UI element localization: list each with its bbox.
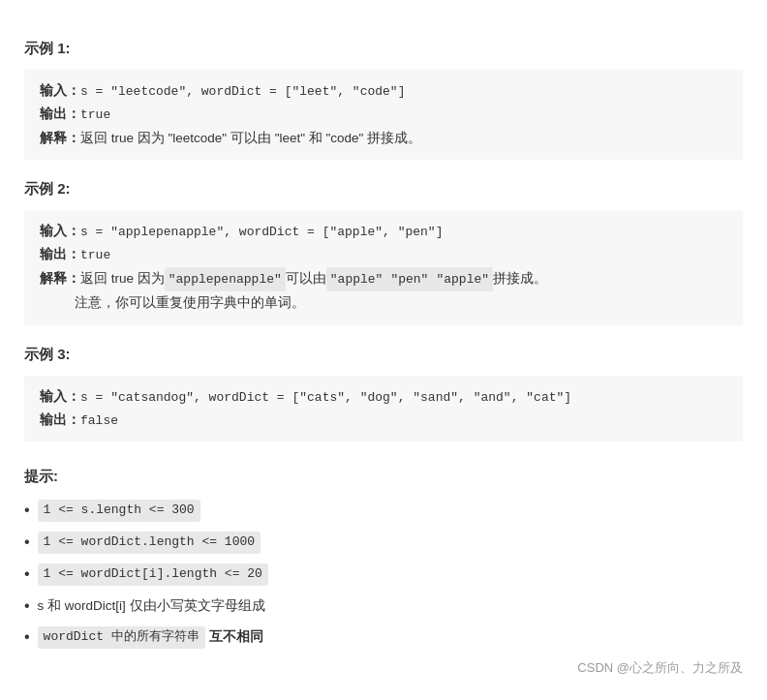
example-2-explain-part-3: "apple" [326,267,387,291]
hint-item-0: 1 <= s.length <= 300 [24,500,743,522]
example-2-explain-part-0: 返回 true 因为 [80,267,165,291]
footer-text: CSDN @心之所向、力之所及 [577,658,743,679]
example-3-input-label: 输入： [40,389,80,404]
hint-badge-4: wordDict 中的所有字符串 [38,626,205,649]
example-2-explain-part-5: "pen" [386,267,432,291]
example-1-input-value: s = "leetcode", wordDict = ["leet", "cod… [80,84,405,99]
example-3-output-label: 输出： [40,412,80,427]
example-2-output-value: true [80,248,110,262]
example-1-output-label: 输出： [40,107,80,121]
example-1-title: 示例 1: [24,37,743,60]
example-3-block: 输入：s = "catsandog", wordDict = ["cats", … [24,376,743,442]
example-2-input-value: s = "applepenapple", wordDict = ["apple"… [80,225,443,239]
hints-title: 提示: [24,465,743,488]
example-2-title: 示例 2: [24,177,743,200]
footer: CSDN @心之所向、力之所及 [24,658,743,679]
hint-item-3: s 和 wordDict[i] 仅由小写英文字母组成 [24,595,743,617]
example-1-explain-value: 返回 true 因为 "leetcode" 可以由 "leet" 和 "code… [80,131,421,145]
example-1-output-value: true [80,107,110,122]
example-2-explain-part-7: "apple" [432,267,493,291]
hint-item-2: 1 <= wordDict[i].length <= 20 [24,563,743,586]
hints-section: 提示: 1 <= s.length <= 300 1 <= wordDict.l… [24,465,743,649]
hint-item-4: wordDict 中的所有字符串 互不相同 [24,626,743,649]
example-3-input-value: s = "catsandog", wordDict = ["cats", "do… [80,390,571,405]
example-2-note: 注意，你可以重复使用字典中的单词。 [75,291,727,315]
example-1-input-label: 输入： [40,83,80,98]
hint-text-4: 互不相同 [209,626,263,648]
hints-list: 1 <= s.length <= 300 1 <= wordDict.lengt… [24,500,743,649]
example-1-block: 输入：s = "leetcode", wordDict = ["leet", "… [24,70,743,160]
hint-text-3: s 和 wordDict[i] 仅由小写英文字母组成 [38,595,265,617]
hint-badge-2: 1 <= wordDict[i].length <= 20 [38,563,268,586]
hint-badge-1: 1 <= wordDict.length <= 1000 [38,532,261,554]
example-1-explain-label: 解释： [40,131,80,145]
example-2-block: 输入：s = "applepenapple", wordDict = ["app… [24,210,743,324]
example-2-output-label: 输出： [40,247,80,261]
example-3-title: 示例 3: [24,343,743,366]
example-2-explain-part-2: 可以由 [286,267,326,291]
hint-item-1: 1 <= wordDict.length <= 1000 [24,532,743,554]
example-2-explain-label: 解释： [40,267,80,291]
example-2-explain-part-1: "applepenapple" [165,267,286,291]
hint-badge-0: 1 <= s.length <= 300 [38,500,200,522]
example-3-output-value: false [80,413,118,428]
example-2-input-label: 输入： [40,224,80,238]
example-2-explain-part-8: 拼接成。 [493,267,547,291]
